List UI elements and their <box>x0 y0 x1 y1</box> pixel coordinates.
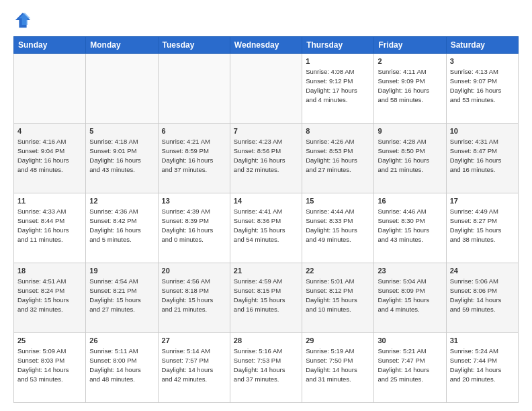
day-number: 10 <box>450 126 515 136</box>
logo-icon <box>13 11 32 30</box>
calendar-cell <box>230 54 302 124</box>
day-number: 5 <box>89 126 154 136</box>
day-info: Sunrise: 4:54 AMSunset: 8:21 PMDaylight:… <box>89 277 154 314</box>
day-number: 20 <box>162 266 226 276</box>
day-info: Sunrise: 4:26 AMSunset: 8:53 PMDaylight:… <box>306 137 370 174</box>
calendar-cell: 2Sunrise: 4:11 AMSunset: 9:09 PMDaylight… <box>374 54 446 124</box>
day-number: 8 <box>306 126 370 136</box>
day-info: Sunrise: 5:11 AMSunset: 8:00 PMDaylight:… <box>89 347 154 383</box>
day-number: 24 <box>450 266 515 276</box>
column-header-saturday: Saturday <box>446 37 518 54</box>
day-info: Sunrise: 5:19 AMSunset: 7:50 PMDaylight:… <box>306 347 370 383</box>
week-row: 11Sunrise: 4:33 AMSunset: 8:44 PMDayligh… <box>14 193 519 263</box>
column-header-tuesday: Tuesday <box>158 37 230 54</box>
calendar-cell: 6Sunrise: 4:21 AMSunset: 8:59 PMDaylight… <box>158 124 230 193</box>
calendar-cell: 20Sunrise: 4:56 AMSunset: 8:18 PMDayligh… <box>158 263 230 333</box>
day-number: 27 <box>162 336 226 346</box>
day-info: Sunrise: 4:23 AMSunset: 8:56 PMDaylight:… <box>234 137 298 174</box>
week-row: 4Sunrise: 4:16 AMSunset: 9:04 PMDaylight… <box>14 124 519 193</box>
day-number: 12 <box>89 196 154 206</box>
calendar-cell: 3Sunrise: 4:13 AMSunset: 9:07 PMDaylight… <box>446 54 518 124</box>
day-info: Sunrise: 4:16 AMSunset: 9:04 PMDaylight:… <box>17 137 82 174</box>
calendar-cell: 18Sunrise: 4:51 AMSunset: 8:24 PMDayligh… <box>14 263 86 333</box>
day-info: Sunrise: 5:21 AMSunset: 7:47 PMDaylight:… <box>378 347 442 383</box>
week-row: 25Sunrise: 5:09 AMSunset: 8:03 PMDayligh… <box>14 333 519 403</box>
calendar-cell <box>158 54 230 124</box>
day-info: Sunrise: 4:31 AMSunset: 8:47 PMDaylight:… <box>450 137 515 174</box>
day-number: 25 <box>17 336 82 346</box>
calendar-cell: 16Sunrise: 4:46 AMSunset: 8:30 PMDayligh… <box>374 193 446 263</box>
day-number: 26 <box>89 336 154 346</box>
day-info: Sunrise: 4:56 AMSunset: 8:18 PMDaylight:… <box>162 277 226 314</box>
day-number: 31 <box>450 336 515 346</box>
day-info: Sunrise: 4:36 AMSunset: 8:42 PMDaylight:… <box>89 207 154 244</box>
calendar-cell: 15Sunrise: 4:44 AMSunset: 8:33 PMDayligh… <box>302 193 374 263</box>
day-number: 28 <box>234 336 298 346</box>
day-number: 16 <box>378 196 442 206</box>
calendar-cell: 14Sunrise: 4:41 AMSunset: 8:36 PMDayligh… <box>230 193 302 263</box>
calendar-cell: 11Sunrise: 4:33 AMSunset: 8:44 PMDayligh… <box>14 193 86 263</box>
header <box>13 11 519 30</box>
day-number: 1 <box>306 56 370 66</box>
logo <box>13 11 35 30</box>
day-info: Sunrise: 4:18 AMSunset: 9:01 PMDaylight:… <box>89 137 154 174</box>
week-row: 1Sunrise: 4:08 AMSunset: 9:12 PMDaylight… <box>14 54 519 124</box>
day-number: 2 <box>378 56 442 66</box>
day-info: Sunrise: 5:06 AMSunset: 8:06 PMDaylight:… <box>450 277 515 314</box>
day-info: Sunrise: 5:24 AMSunset: 7:44 PMDaylight:… <box>450 347 515 383</box>
calendar-cell: 5Sunrise: 4:18 AMSunset: 9:01 PMDaylight… <box>86 124 158 193</box>
calendar-table: SundayMondayTuesdayWednesdayThursdayFrid… <box>13 36 519 403</box>
day-number: 23 <box>378 266 442 276</box>
day-info: Sunrise: 4:08 AMSunset: 9:12 PMDaylight:… <box>306 67 370 104</box>
calendar-cell: 29Sunrise: 5:19 AMSunset: 7:50 PMDayligh… <box>302 333 374 403</box>
calendar-cell: 26Sunrise: 5:11 AMSunset: 8:00 PMDayligh… <box>86 333 158 403</box>
calendar-cell: 27Sunrise: 5:14 AMSunset: 7:57 PMDayligh… <box>158 333 230 403</box>
day-info: Sunrise: 4:11 AMSunset: 9:09 PMDaylight:… <box>378 67 442 104</box>
calendar-cell: 22Sunrise: 5:01 AMSunset: 8:12 PMDayligh… <box>302 263 374 333</box>
day-info: Sunrise: 4:46 AMSunset: 8:30 PMDaylight:… <box>378 207 442 244</box>
header-row: SundayMondayTuesdayWednesdayThursdayFrid… <box>14 37 519 54</box>
day-info: Sunrise: 5:09 AMSunset: 8:03 PMDaylight:… <box>17 347 82 383</box>
day-number: 7 <box>234 126 298 136</box>
day-info: Sunrise: 4:41 AMSunset: 8:36 PMDaylight:… <box>234 207 298 244</box>
day-number: 3 <box>450 56 515 66</box>
day-number: 30 <box>378 336 442 346</box>
calendar-cell: 13Sunrise: 4:39 AMSunset: 8:39 PMDayligh… <box>158 193 230 263</box>
day-info: Sunrise: 4:51 AMSunset: 8:24 PMDaylight:… <box>17 277 82 314</box>
day-info: Sunrise: 4:49 AMSunset: 8:27 PMDaylight:… <box>450 207 515 244</box>
calendar-cell: 17Sunrise: 4:49 AMSunset: 8:27 PMDayligh… <box>446 193 518 263</box>
day-number: 11 <box>17 196 82 206</box>
column-header-monday: Monday <box>86 37 158 54</box>
calendar-cell: 4Sunrise: 4:16 AMSunset: 9:04 PMDaylight… <box>14 124 86 193</box>
column-header-sunday: Sunday <box>14 37 86 54</box>
day-info: Sunrise: 4:13 AMSunset: 9:07 PMDaylight:… <box>450 67 515 104</box>
column-header-wednesday: Wednesday <box>230 37 302 54</box>
day-info: Sunrise: 4:28 AMSunset: 8:50 PMDaylight:… <box>378 137 442 174</box>
day-number: 17 <box>450 196 515 206</box>
calendar-cell <box>14 54 86 124</box>
day-info: Sunrise: 5:04 AMSunset: 8:09 PMDaylight:… <box>378 277 442 314</box>
calendar-cell: 24Sunrise: 5:06 AMSunset: 8:06 PMDayligh… <box>446 263 518 333</box>
day-number: 15 <box>306 196 370 206</box>
day-number: 6 <box>162 126 226 136</box>
calendar-cell: 19Sunrise: 4:54 AMSunset: 8:21 PMDayligh… <box>86 263 158 333</box>
calendar-cell: 1Sunrise: 4:08 AMSunset: 9:12 PMDaylight… <box>302 54 374 124</box>
day-number: 18 <box>17 266 82 276</box>
calendar-cell: 25Sunrise: 5:09 AMSunset: 8:03 PMDayligh… <box>14 333 86 403</box>
calendar-cell: 7Sunrise: 4:23 AMSunset: 8:56 PMDaylight… <box>230 124 302 193</box>
day-number: 29 <box>306 336 370 346</box>
column-header-friday: Friday <box>374 37 446 54</box>
day-number: 14 <box>234 196 298 206</box>
day-info: Sunrise: 4:44 AMSunset: 8:33 PMDaylight:… <box>306 207 370 244</box>
day-number: 9 <box>378 126 442 136</box>
week-row: 18Sunrise: 4:51 AMSunset: 8:24 PMDayligh… <box>14 263 519 333</box>
day-number: 19 <box>89 266 154 276</box>
day-info: Sunrise: 4:21 AMSunset: 8:59 PMDaylight:… <box>162 137 226 174</box>
day-number: 13 <box>162 196 226 206</box>
column-header-thursday: Thursday <box>302 37 374 54</box>
day-info: Sunrise: 5:14 AMSunset: 7:57 PMDaylight:… <box>162 347 226 383</box>
calendar-cell: 10Sunrise: 4:31 AMSunset: 8:47 PMDayligh… <box>446 124 518 193</box>
page: SundayMondayTuesdayWednesdayThursdayFrid… <box>0 0 532 411</box>
day-info: Sunrise: 4:39 AMSunset: 8:39 PMDaylight:… <box>162 207 226 244</box>
day-info: Sunrise: 4:59 AMSunset: 8:15 PMDaylight:… <box>234 277 298 314</box>
